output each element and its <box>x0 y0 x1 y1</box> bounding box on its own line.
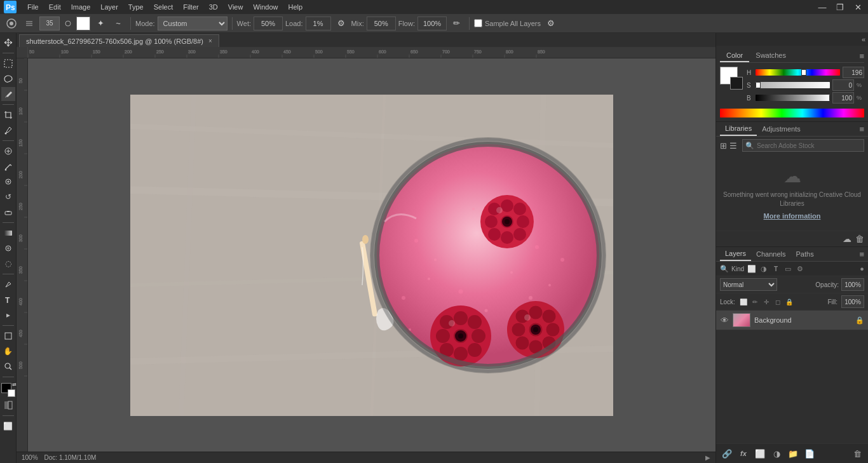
new-group-button[interactable]: 📁 <box>786 446 800 460</box>
h-slider-track[interactable] <box>756 69 840 76</box>
new-layer-button[interactable]: 📄 <box>803 446 817 460</box>
history-brush-tool[interactable]: ↺ <box>1 190 15 204</box>
tab-layers[interactable]: Layers <box>720 247 751 261</box>
gradient-tool[interactable] <box>1 226 15 240</box>
tab-adjustments[interactable]: Adjustments <box>757 123 806 135</box>
menu-layer[interactable]: Layer <box>96 2 123 12</box>
lock-pixels-icon[interactable]: ✏ <box>750 297 759 306</box>
lock-artboard-icon[interactable]: ◻ <box>773 297 782 306</box>
pen-tool[interactable] <box>1 278 15 292</box>
tab-channels[interactable]: Channels <box>751 248 790 260</box>
filter-pixel-icon[interactable]: ⬜ <box>747 264 757 274</box>
h-slider-thumb[interactable] <box>801 69 806 76</box>
menu-view[interactable]: View <box>224 2 248 12</box>
menu-type[interactable]: Type <box>124 2 148 12</box>
paint-brush-tool[interactable] <box>1 159 15 173</box>
move-tool[interactable] <box>1 36 15 50</box>
s-slider-track[interactable] <box>756 82 830 88</box>
hand-tool[interactable]: ✋ <box>1 344 15 358</box>
tab-paths[interactable]: Paths <box>791 248 819 260</box>
background-color[interactable] <box>8 389 15 397</box>
color-spectrum[interactable] <box>720 109 864 117</box>
sample-all-layers-wrap[interactable]: Sample All Layers <box>474 19 541 27</box>
color-selector[interactable]: ⇄ <box>1 383 15 397</box>
load-airbrush-icon[interactable]: ⚙ <box>334 16 349 31</box>
menu-3d[interactable]: 3D <box>205 2 222 12</box>
swap-colors-icon[interactable]: ⇄ <box>12 382 17 387</box>
quick-select-tool[interactable] <box>1 87 15 101</box>
filter-smart-icon[interactable]: ⚙ <box>795 264 805 274</box>
layer-visibility-icon[interactable]: 👁 <box>720 316 729 325</box>
libraries-panel-menu-icon[interactable]: ≡ <box>859 124 864 134</box>
shape-tool[interactable] <box>1 329 15 343</box>
brush-size-button[interactable] <box>62 16 74 31</box>
menu-image[interactable]: Image <box>67 2 95 12</box>
crop-tool[interactable] <box>1 108 15 122</box>
delete-layer-button[interactable]: 🗑 <box>850 446 864 460</box>
add-mask-button[interactable]: ⬜ <box>753 446 767 460</box>
h-value-input[interactable] <box>843 67 864 78</box>
mix-input[interactable] <box>367 17 396 30</box>
foreground-color-swatch[interactable] <box>76 17 90 30</box>
minimize-button[interactable]: — <box>815 0 830 15</box>
tab-close-button[interactable]: × <box>208 37 212 44</box>
filter-text-icon[interactable]: T <box>771 264 781 274</box>
s-value-input[interactable] <box>832 79 854 91</box>
brush-tool-icon[interactable] <box>4 16 19 31</box>
smoothing-icon[interactable]: ~ <box>111 16 126 31</box>
dodge-tool[interactable]: ◌ <box>1 257 15 271</box>
close-button[interactable]: ✕ <box>850 0 865 15</box>
wet-input[interactable] <box>254 17 283 30</box>
layer-item-background[interactable]: 👁 Background 🔒 <box>716 311 868 330</box>
document-tab[interactable]: shutterstock_627996275-760x506.jpg @ 100… <box>19 34 219 47</box>
canvas-view[interactable] <box>28 58 715 452</box>
menu-window[interactable]: Window <box>248 2 282 12</box>
menu-select[interactable]: Select <box>149 2 178 12</box>
lib-grid-view-button[interactable]: ⊞ <box>720 141 727 151</box>
eyedropper-tool[interactable] <box>1 123 15 137</box>
menu-filter[interactable]: Filter <box>179 2 203 12</box>
link-layers-button[interactable]: 🔗 <box>720 446 734 460</box>
tab-color[interactable]: Color <box>720 50 749 62</box>
stylus-pressure-icon[interactable]: ✏ <box>449 16 465 31</box>
brush-size-display[interactable]: 35 <box>39 17 60 30</box>
lib-more-info-link[interactable]: More information <box>764 212 821 220</box>
menu-edit[interactable]: Edit <box>44 2 65 12</box>
background-color-box[interactable] <box>730 77 743 90</box>
filter-shape-icon[interactable]: ▭ <box>783 264 793 274</box>
maximize-button[interactable]: ❐ <box>832 0 848 15</box>
lib-cloud-button[interactable]: ☁ <box>843 234 851 244</box>
panel-collapse-button[interactable]: « <box>862 36 865 43</box>
lib-delete-button[interactable]: 🗑 <box>855 234 864 244</box>
screen-mode-button[interactable]: ⬜ <box>1 419 15 433</box>
path-selection-tool[interactable]: ▸ <box>1 308 15 322</box>
s-slider-thumb[interactable] <box>756 82 761 88</box>
menu-file[interactable]: File <box>23 2 43 12</box>
filter-toggle-button[interactable]: ● <box>860 265 864 272</box>
b-slider-thumb[interactable] <box>829 95 830 101</box>
blend-mode-dropdown[interactable]: Normal <box>720 278 777 291</box>
fill-input[interactable] <box>841 295 864 308</box>
blur-tool[interactable] <box>1 241 15 255</box>
marquee-tool[interactable] <box>1 57 15 70</box>
clone-stamp-tool[interactable] <box>1 175 15 189</box>
new-adjustment-button[interactable]: ◑ <box>770 446 783 460</box>
quick-mask-tool[interactable] <box>1 398 15 412</box>
opacity-input[interactable] <box>841 278 864 291</box>
layer-styles-button[interactable]: fx <box>736 446 750 460</box>
b-slider-track[interactable] <box>756 95 830 101</box>
color-panel-menu-icon[interactable]: ≡ <box>859 51 864 61</box>
lock-position-icon[interactable]: ✛ <box>762 297 771 306</box>
menu-help[interactable]: Help <box>284 2 308 12</box>
layers-panel-menu-icon[interactable]: ≡ <box>859 250 864 259</box>
color-swatches[interactable] <box>720 67 743 90</box>
airbrush-icon[interactable]: ✦ <box>93 16 108 31</box>
text-tool[interactable]: T <box>1 293 15 307</box>
eraser-tool[interactable] <box>1 205 15 219</box>
healing-tool[interactable] <box>1 144 15 158</box>
tab-libraries[interactable]: Libraries <box>720 122 757 136</box>
b-value-input[interactable] <box>832 92 854 104</box>
flow-input[interactable] <box>417 17 447 30</box>
symmetry-icon[interactable]: ⚙ <box>543 16 559 31</box>
brush-preset-picker[interactable] <box>22 16 37 31</box>
